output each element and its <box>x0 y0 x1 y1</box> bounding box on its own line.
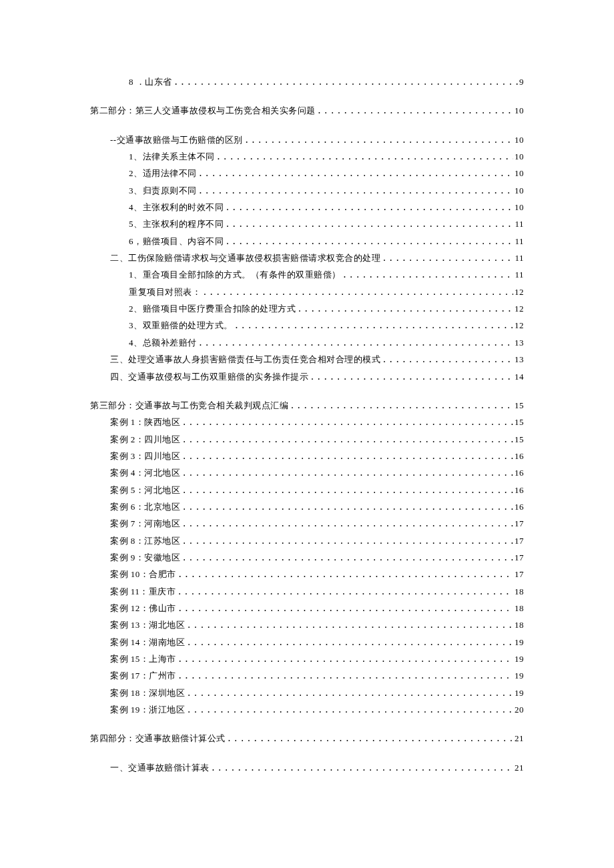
toc-entry-page: 12 <box>515 284 524 300</box>
toc-leader-dots <box>177 583 513 600</box>
toc-entry: 1、法律关系主体不同10 <box>90 148 524 165</box>
toc-entry-page: 17 <box>515 549 524 566</box>
toc-entry-label: 三、处理交通事故人身损害赔偿责任与工伤责任竞合相对合理的模式 <box>110 351 380 368</box>
toc-entry: 案例 17：广州市19 <box>90 667 524 684</box>
toc-entry-label: 案例 10：合肥市 <box>110 566 176 582</box>
toc-leader-dots <box>178 650 513 667</box>
toc-entry: 案例 8：江苏地区17 <box>90 532 524 549</box>
toc-entry-page: 11 <box>515 215 524 232</box>
toc-entry-page: 10 <box>515 182 524 199</box>
toc-entry-label: 案例 12：佛山市 <box>110 600 176 616</box>
toc-entry-page: 15 <box>515 397 524 414</box>
toc-entry-page: 13 <box>515 351 524 368</box>
toc-entry-page: 18 <box>515 583 524 600</box>
toc-leader-dots <box>202 284 513 300</box>
toc-entry-label: 3、双重赔偿的处理方式。 <box>129 317 233 334</box>
table-of-contents: 8 ．山东省9第二部分：第三人交通事故侵权与工伤竞合相关实务问题10--交通事故… <box>90 73 524 776</box>
toc-entry-label: 案例 7：河南地区 <box>110 515 180 532</box>
toc-entry-page: 19 <box>515 634 524 650</box>
toc-entry: 重复项目对照表：12 <box>90 284 524 300</box>
toc-leader-dots <box>227 730 514 747</box>
toc-entry: --交通事故赔偿与工伤赔偿的区别10 <box>90 131 524 148</box>
toc-leader-dots <box>310 368 513 385</box>
toc-leader-dots <box>317 102 514 119</box>
toc-entry-label: 1、法律关系主体不同 <box>129 148 215 165</box>
toc-leader-dots <box>182 448 513 464</box>
toc-entry-page: 16 <box>515 464 524 481</box>
toc-leader-dots <box>182 482 513 498</box>
toc-entry-label: 2、适用法律不同 <box>129 165 197 181</box>
toc-entry-label: 二、工伤保险赔偿请求权与交通事故侵权损害赔偿请求权竞合的处理 <box>110 250 380 266</box>
toc-leader-dots <box>225 199 513 215</box>
toc-entry-label: 案例 2：四川地区 <box>110 431 180 448</box>
toc-entry: 案例 1：陕西地区15 <box>90 414 524 430</box>
toc-entry: 3、双重赔偿的处理方式。12 <box>90 317 524 334</box>
toc-entry: 案例 2：四川地区15 <box>90 431 524 448</box>
toc-entry: 案例 14：湖南地区19 <box>90 634 524 650</box>
toc-entry-page: 19 <box>515 667 524 684</box>
toc-entry: 5、主张权利的程序不同11 <box>90 215 524 232</box>
toc-leader-dots <box>225 215 513 232</box>
toc-leader-dots <box>297 300 513 317</box>
toc-entry: 一、交通事故赔偿计算表21 <box>90 759 524 776</box>
toc-entry-page: 16 <box>515 498 524 515</box>
toc-entry-label: 案例 18：深圳地区 <box>110 685 185 701</box>
toc-entry-page: 9 <box>519 73 524 90</box>
toc-leader-dots <box>182 532 513 549</box>
toc-entry-label: 第三部分：交通事故与工伤竞合相关裁判观点汇编 <box>90 397 288 414</box>
toc-entry-page: 10 <box>515 165 524 181</box>
toc-entry-label: 2、赔偿项目中医疗费重合扣除的处理方式 <box>129 300 296 317</box>
toc-entry-label: 第四部分：交通事故赔偿计算公式 <box>90 730 226 747</box>
toc-entry: 8 ．山东省9 <box>90 73 524 90</box>
toc-entry-label: 一、交通事故赔偿计算表 <box>110 759 210 776</box>
toc-entry-page: 15 <box>515 414 524 430</box>
toc-entry-label: 四、交通事故侵权与工伤双重赔偿的实务操作提示 <box>110 368 308 385</box>
toc-entry-page: 18 <box>515 616 524 633</box>
toc-entry: 第四部分：交通事故赔偿计算公式21 <box>90 730 524 747</box>
toc-entry-label: 案例 8：江苏地区 <box>110 532 180 549</box>
toc-entry-label: 4、主张权利的时效不同 <box>129 199 224 215</box>
toc-entry: 4、主张权利的时效不同10 <box>90 199 524 215</box>
toc-entry-label: 案例 11：重庆市 <box>110 583 176 600</box>
toc-entry-page: 10 <box>515 148 524 165</box>
toc-entry-page: 20 <box>515 701 524 718</box>
toc-leader-dots <box>382 250 513 266</box>
toc-entry-page: 13 <box>515 334 524 351</box>
toc-entry: 案例 6：北京地区16 <box>90 498 524 515</box>
toc-leader-dots <box>182 414 513 430</box>
toc-leader-dots <box>216 148 514 165</box>
toc-entry-page: 12 <box>515 317 524 334</box>
toc-leader-dots <box>186 634 513 650</box>
toc-leader-dots <box>225 233 513 250</box>
toc-entry: 案例 15：上海市19 <box>90 650 524 667</box>
toc-entry-label: 案例 6：北京地区 <box>110 498 180 515</box>
toc-leader-dots <box>186 685 513 701</box>
toc-entry-label: 案例 17：广州市 <box>110 667 176 684</box>
toc-entry: 4、总额补差赔付13 <box>90 334 524 351</box>
toc-entry-label: 3、归责原则不同 <box>129 182 197 199</box>
toc-entry: 案例 12：佛山市18 <box>90 600 524 616</box>
toc-leader-dots <box>178 667 513 684</box>
toc-entry-label: 6，赔偿项目、内容不同 <box>129 233 224 250</box>
toc-entry-page: 11 <box>515 266 524 283</box>
toc-entry-page: 14 <box>515 368 524 385</box>
toc-entry: 2、适用法律不同10 <box>90 165 524 181</box>
toc-entry-page: 17 <box>515 515 524 532</box>
toc-entry: 案例 7：河南地区17 <box>90 515 524 532</box>
toc-entry-page: 21 <box>515 759 524 776</box>
toc-entry: 案例 9：安徽地区17 <box>90 549 524 566</box>
toc-entry: 案例 11：重庆市18 <box>90 583 524 600</box>
toc-entry-label: 案例 4：河北地区 <box>110 464 180 481</box>
toc-entry: 四、交通事故侵权与工伤双重赔偿的实务操作提示14 <box>90 368 524 385</box>
toc-leader-dots <box>186 701 513 718</box>
toc-entry-page: 15 <box>515 431 524 448</box>
toc-leader-dots <box>182 464 513 481</box>
toc-entry-page: 17 <box>515 532 524 549</box>
toc-entry-page: 18 <box>515 600 524 616</box>
toc-leader-dots <box>182 515 513 532</box>
toc-entry-page: 16 <box>515 448 524 464</box>
toc-entry: 3、归责原则不同10 <box>90 182 524 199</box>
toc-entry-page: 11 <box>515 250 524 266</box>
toc-entry-page: 10 <box>515 102 524 119</box>
toc-leader-dots <box>178 600 513 616</box>
